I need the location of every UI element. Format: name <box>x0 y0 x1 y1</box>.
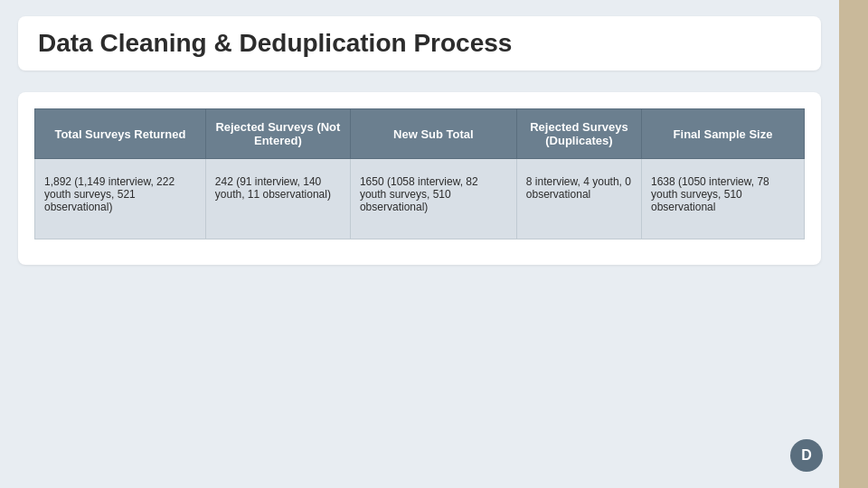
cell-1: 242 (91 interview, 140 youth, 11 observa… <box>205 159 350 239</box>
data-table: Total Surveys Returned Rejected Surveys … <box>34 108 805 239</box>
table-row: 1,892 (1,149 interview, 222 youth survey… <box>35 159 805 239</box>
right-sidebar <box>839 0 868 488</box>
title-box: Data Cleaning & Deduplication Process <box>18 16 821 70</box>
col-header-4: Final Sample Size <box>642 109 805 159</box>
table-container: Total Surveys Returned Rejected Surveys … <box>18 92 821 265</box>
col-header-2: New Sub Total <box>350 109 516 159</box>
page-title: Data Cleaning & Deduplication Process <box>38 29 512 57</box>
d-badge: D <box>790 439 823 472</box>
main-content: Data Cleaning & Deduplication Process To… <box>0 0 839 488</box>
col-header-1: Rejected Surveys (Not Entered) <box>205 109 350 159</box>
cell-0: 1,892 (1,149 interview, 222 youth survey… <box>35 159 206 239</box>
col-header-0: Total Surveys Returned <box>35 109 206 159</box>
cell-4: 1638 (1050 interview, 78 youth surveys, … <box>642 159 805 239</box>
cell-2: 1650 (1058 interview, 82 youth surveys, … <box>350 159 516 239</box>
col-header-3: Rejected Surveys (Duplicates) <box>516 109 641 159</box>
cell-3: 8 interview, 4 youth, 0 observational <box>516 159 641 239</box>
